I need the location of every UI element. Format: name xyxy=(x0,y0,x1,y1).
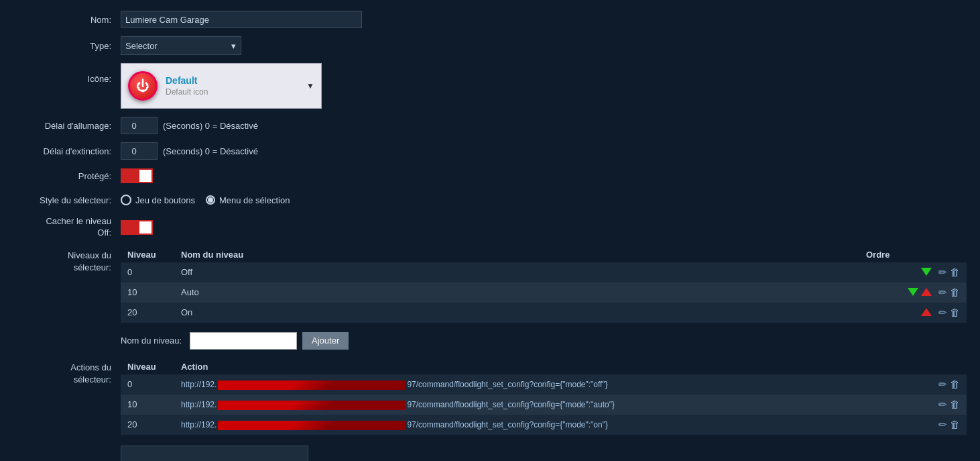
arrow-down-icon xyxy=(908,288,918,296)
delai-extinction-value: (Seconds) 0 = Désactivé xyxy=(121,142,967,160)
action-delete-icon[interactable]: 🗑 xyxy=(950,399,960,410)
level-edit-icon[interactable]: ✏ xyxy=(938,287,947,298)
action-niveau: 0 xyxy=(121,374,174,395)
radio-menu-outer xyxy=(206,195,215,205)
nom-input[interactable] xyxy=(121,11,362,28)
delai-allumage-input[interactable] xyxy=(121,117,158,134)
cacher-toggle-knob xyxy=(139,221,151,234)
th-niveau: Niveau xyxy=(121,247,174,262)
actions-content: Niveau Action 0http://192. 97/command/fl… xyxy=(121,359,967,435)
protege-toggle[interactable] xyxy=(121,168,153,183)
niveaux-label: Niveaux dusélecteur: xyxy=(13,247,121,274)
level-nom: Off xyxy=(174,262,859,283)
level-delete-icon[interactable]: 🗑 xyxy=(950,287,960,298)
actions-label: Actions dusélecteur: xyxy=(13,359,121,386)
level-up-button[interactable] xyxy=(920,307,933,319)
niveaux-header-row: Niveau Nom du niveau Ordre xyxy=(121,247,967,262)
icone-row: Icône: ⏻ Default Default icon ▼ xyxy=(0,59,980,113)
level-name-input[interactable] xyxy=(190,332,297,350)
radio-boutons-outer xyxy=(121,195,131,205)
action-niveau: 20 xyxy=(121,415,174,435)
arrow-up-icon xyxy=(921,288,932,296)
niveaux-table: Niveau Nom du niveau Ordre 0Off✏🗑10Auto✏… xyxy=(121,247,967,323)
icone-value: ⏻ Default Default icon ▼ xyxy=(121,63,967,109)
action-edit-icon[interactable]: ✏ xyxy=(938,399,947,410)
delai-allumage-value: (Seconds) 0 = Désactivé xyxy=(121,117,967,134)
th-nom: Nom du niveau xyxy=(174,247,859,262)
level-down-button[interactable] xyxy=(920,267,933,278)
delai-allumage-hint: (Seconds) 0 = Désactivé xyxy=(163,121,258,131)
level-delete-icon[interactable]: 🗑 xyxy=(950,266,960,278)
arrow-up-icon xyxy=(921,308,932,316)
action-edit-icon[interactable]: ✏ xyxy=(938,419,947,430)
protege-row: Protégé: xyxy=(0,164,980,188)
level-order-actions: ✏🗑 xyxy=(859,283,967,303)
action-delete-icon[interactable]: 🗑 xyxy=(950,378,960,390)
style-row: Style du sélecteur: Jeu de boutons Menu … xyxy=(0,188,980,212)
protege-value xyxy=(121,168,967,183)
level-niveau: 20 xyxy=(121,303,174,323)
delai-extinction-row: Délai d'extinction: (Seconds) 0 = Désact… xyxy=(0,138,980,164)
type-row: Type: Selector Switch Dimmer Color ▾ xyxy=(0,32,980,59)
actions-th-niveau: Niveau xyxy=(121,359,174,374)
style-radio-group: Jeu de boutons Menu de sélection xyxy=(121,195,290,205)
nom-row: Nom: xyxy=(0,7,980,32)
action-delete-icon[interactable]: 🗑 xyxy=(950,419,960,430)
actions-section: Actions dusélecteur: Niveau Action 0http… xyxy=(0,355,980,439)
protege-label: Protégé: xyxy=(13,171,121,181)
action-niveau: 10 xyxy=(121,395,174,415)
action-url-cell: http://192. 97/command/floodlight_set_co… xyxy=(174,395,913,415)
style-label: Style du sélecteur: xyxy=(13,195,121,205)
type-label: Type: xyxy=(13,41,121,51)
type-select[interactable]: Selector Switch Dimmer Color xyxy=(121,36,241,55)
delai-extinction-label: Délai d'extinction: xyxy=(13,146,121,156)
action-controls: ✏🗑 xyxy=(913,374,967,395)
bottom-input[interactable] xyxy=(121,446,308,461)
delai-extinction-input[interactable] xyxy=(121,142,158,160)
add-level-label: Nom du niveau: xyxy=(121,336,182,346)
style-radio-boutons[interactable]: Jeu de boutons xyxy=(121,195,195,205)
action-url-text: http://192. 97/command/floodlight_set_co… xyxy=(181,420,608,429)
type-value: Selector Switch Dimmer Color ▾ xyxy=(121,36,967,55)
icon-picker[interactable]: ⏻ Default Default icon ▼ xyxy=(121,63,322,109)
actions-th-action: Action xyxy=(174,359,913,374)
cacher-label: Cacher le niveauOff: xyxy=(13,216,121,239)
cacher-toggle[interactable] xyxy=(121,220,153,235)
icon-name: Default xyxy=(166,75,301,86)
delai-allumage-row: Délai d'allumage: (Seconds) 0 = Désactiv… xyxy=(0,113,980,138)
actions-header-row: Niveau Action xyxy=(121,359,967,374)
style-boutons-label: Jeu de boutons xyxy=(135,195,195,205)
nom-value xyxy=(121,11,967,28)
actions-table: Niveau Action 0http://192. 97/command/fl… xyxy=(121,359,967,435)
icon-sub: Default icon xyxy=(166,87,301,97)
level-up-button[interactable] xyxy=(920,287,933,299)
level-down-button[interactable] xyxy=(906,287,920,299)
icon-text: Default Default icon xyxy=(166,75,301,97)
level-nom: Auto xyxy=(174,283,859,303)
level-order-actions: ✏🗑 xyxy=(859,303,967,323)
style-value: Jeu de boutons Menu de sélection xyxy=(121,195,967,205)
level-nom: On xyxy=(174,303,859,323)
ajouter-button[interactable]: Ajouter xyxy=(302,332,349,350)
action-edit-icon[interactable]: ✏ xyxy=(938,378,947,390)
niveaux-section: Niveaux dusélecteur: Niveau Nom du nivea… xyxy=(0,243,980,327)
cacher-row: Cacher le niveauOff: xyxy=(0,212,980,243)
level-row: 10Auto✏🗑 xyxy=(121,283,967,303)
style-menu-label: Menu de sélection xyxy=(219,195,290,205)
action-row: 10http://192. 97/command/floodlight_set_… xyxy=(121,395,967,415)
toggle-knob xyxy=(139,170,151,182)
style-radio-menu[interactable]: Menu de sélection xyxy=(206,195,290,205)
niveaux-content: Niveau Nom du niveau Ordre 0Off✏🗑10Auto✏… xyxy=(121,247,967,323)
level-edit-icon[interactable]: ✏ xyxy=(938,266,947,278)
action-url-text: http://192. 97/command/floodlight_set_co… xyxy=(181,400,615,409)
icone-label: Icône: xyxy=(13,63,121,84)
add-level-row: Nom du niveau: Ajouter xyxy=(0,327,980,355)
level-edit-icon[interactable]: ✏ xyxy=(938,307,947,318)
level-order-actions: ✏🗑 xyxy=(859,262,967,283)
level-delete-icon[interactable]: 🗑 xyxy=(950,307,960,318)
cacher-value xyxy=(121,220,967,235)
level-niveau: 0 xyxy=(121,262,174,283)
nom-label: Nom: xyxy=(13,15,121,25)
action-row: 20http://192. 97/command/floodlight_set_… xyxy=(121,415,967,435)
main-container: Nom: Type: Selector Switch Dimmer Color … xyxy=(0,0,980,461)
